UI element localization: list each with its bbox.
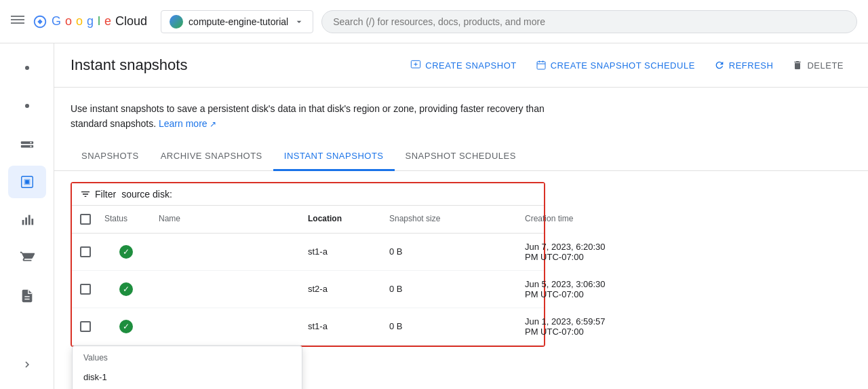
learn-more-link[interactable]: Learn more ↗ — [159, 118, 216, 129]
header-name: Name — [153, 211, 302, 227]
tab-archive-snapshots[interactable]: ARCHIVE SNAPSHOTS — [150, 143, 273, 171]
svg-rect-13 — [31, 219, 33, 225]
sidebar-item-1[interactable] — [8, 52, 46, 84]
sidebar-item-compute[interactable] — [8, 166, 46, 198]
sidebar-item-docs[interactable] — [8, 280, 46, 312]
row1-snapshot-size: 0 B — [384, 241, 519, 262]
row1-checkbox[interactable] — [80, 246, 91, 257]
header-checkbox[interactable] — [80, 214, 91, 225]
refresh-button[interactable]: REFRESH — [706, 54, 782, 76]
create-schedule-icon — [536, 60, 547, 71]
row1-checkbox-cell — [72, 241, 99, 263]
metrics-icon — [20, 212, 35, 227]
filter-container: Filter Status Name Location Snapshot siz… — [71, 182, 545, 347]
top-navigation: Google Cloud compute-engine-tutorial — [0, 0, 868, 43]
row1-status: ✓ — [99, 240, 153, 264]
filter-label: Filter — [80, 189, 116, 200]
search-input[interactable] — [321, 10, 857, 33]
project-selector[interactable]: compute-engine-tutorial — [161, 10, 313, 33]
tab-snapshot-schedules[interactable]: SNAPSHOT SCHEDULES — [395, 143, 527, 171]
row1-status-icon: ✓ — [119, 245, 133, 259]
row3-creation-time: Jun 1, 2023, 6:59:57 PM UTC-07:00 — [519, 311, 621, 342]
svg-rect-9 — [25, 180, 29, 184]
table-area: Filter Status Name Location Snapshot siz… — [54, 171, 868, 358]
cart-icon — [20, 251, 35, 265]
row3-snapshot-size: 0 B — [384, 316, 519, 337]
sidebar-item-2[interactable] — [8, 90, 46, 122]
row3-status-icon: ✓ — [119, 320, 133, 333]
row3-checkbox-cell — [72, 316, 99, 337]
svg-point-6 — [30, 146, 31, 147]
row1-creation-time: Jun 7, 2023, 6:20:30 PM UTC-07:00 — [519, 236, 621, 267]
header-checkbox-col — [72, 211, 99, 227]
page-header: Instant snapshots CREATE SNAPSHOT — [54, 43, 868, 88]
row2-status-icon: ✓ — [119, 282, 133, 296]
tab-snapshots[interactable]: SNAPSHOTS — [71, 143, 150, 171]
create-snapshot-button[interactable]: CREATE SNAPSHOT — [402, 54, 524, 76]
description-area: Use instant snapshots to save a persiste… — [54, 88, 868, 132]
svg-rect-0 — [11, 16, 24, 17]
table-row: ✓ st2-a 0 B Jun 5, 2023, 3:06:30 PM UTC-… — [72, 271, 544, 308]
sidebar-item-storage[interactable] — [8, 128, 46, 160]
chevron-down-icon — [294, 16, 304, 27]
row2-checkbox[interactable] — [80, 284, 91, 295]
sidebar-dot-1 — [25, 66, 29, 70]
header-location: Location — [302, 211, 384, 227]
header-actions: CREATE SNAPSHOT CREATE SNAPSHOT SCHEDULE — [402, 54, 852, 76]
row2-creation-time: Jun 5, 2023, 3:06:30 PM UTC-07:00 — [519, 274, 621, 305]
sidebar-dot-2 — [25, 104, 29, 108]
row3-location: st1-a — [302, 316, 384, 337]
svg-rect-2 — [11, 22, 24, 24]
row1-location: st1-a — [302, 241, 384, 262]
svg-rect-19 — [537, 62, 545, 69]
external-link-icon: ↗ — [210, 119, 216, 129]
row2-name — [153, 284, 302, 295]
row2-status: ✓ — [99, 277, 153, 301]
description-text: Use instant snapshots to save a persiste… — [71, 101, 545, 132]
app-body: Instant snapshots CREATE SNAPSHOT — [0, 43, 868, 389]
header-creation-time: Creation time — [519, 211, 621, 227]
google-cloud-logo: Google Cloud — [33, 14, 147, 29]
refresh-icon — [714, 60, 725, 71]
delete-icon — [792, 60, 803, 71]
row2-snapshot-size: 0 B — [384, 278, 519, 299]
row3-status: ✓ — [99, 314, 153, 339]
docs-icon — [20, 289, 35, 303]
hamburger-menu-icon[interactable] — [11, 13, 24, 30]
svg-rect-1 — [11, 19, 24, 20]
dropdown-item-0[interactable]: disk-1 — [73, 367, 302, 388]
filter-dropdown: Values disk-1 disk-2-from-snap-no-pm dis… — [72, 346, 302, 389]
compute-icon — [20, 174, 35, 189]
expand-icon — [21, 358, 33, 371]
tab-instant-snapshots[interactable]: INSTANT SNAPSHOTS — [273, 143, 395, 171]
tabs-bar: SNAPSHOTS ARCHIVE SNAPSHOTS INSTANT SNAP… — [54, 143, 868, 171]
header-snapshot-size: Snapshot size — [384, 211, 519, 227]
filter-row: Filter — [72, 183, 544, 206]
svg-rect-11 — [25, 217, 27, 225]
filter-icon — [80, 189, 91, 200]
dropdown-header: Values — [73, 346, 302, 367]
create-snapshot-schedule-button[interactable]: CREATE SNAPSHOT SCHEDULE — [528, 54, 703, 76]
table-header: Status Name Location Snapshot size Creat… — [72, 206, 544, 234]
project-icon — [170, 15, 183, 29]
sidebar-expand[interactable] — [8, 348, 46, 381]
table-row: ✓ st1-a 0 B Jun 7, 2023, 6:20:30 PM UTC-… — [72, 234, 544, 271]
row3-name — [153, 321, 302, 332]
header-status: Status — [99, 211, 153, 227]
sidebar-item-metrics[interactable] — [8, 204, 46, 236]
svg-point-5 — [30, 142, 31, 143]
table-row: ✓ st1-a 0 B Jun 1, 2023, 6:59:57 PM UTC-… — [72, 308, 544, 346]
delete-button[interactable]: DELETE — [784, 54, 852, 76]
row3-checkbox[interactable] — [80, 321, 91, 332]
row2-checkbox-cell — [72, 278, 99, 300]
svg-rect-10 — [22, 220, 24, 225]
storage-icon — [20, 136, 35, 151]
row1-name — [153, 246, 302, 257]
sidebar — [0, 43, 54, 389]
main-content: Instant snapshots CREATE SNAPSHOT — [54, 43, 868, 389]
create-snapshot-icon — [410, 60, 421, 71]
filter-input[interactable] — [121, 189, 536, 200]
page-title: Instant snapshots — [71, 56, 187, 74]
sidebar-item-cart[interactable] — [8, 242, 46, 274]
project-name: compute-engine-tutorial — [189, 16, 288, 27]
